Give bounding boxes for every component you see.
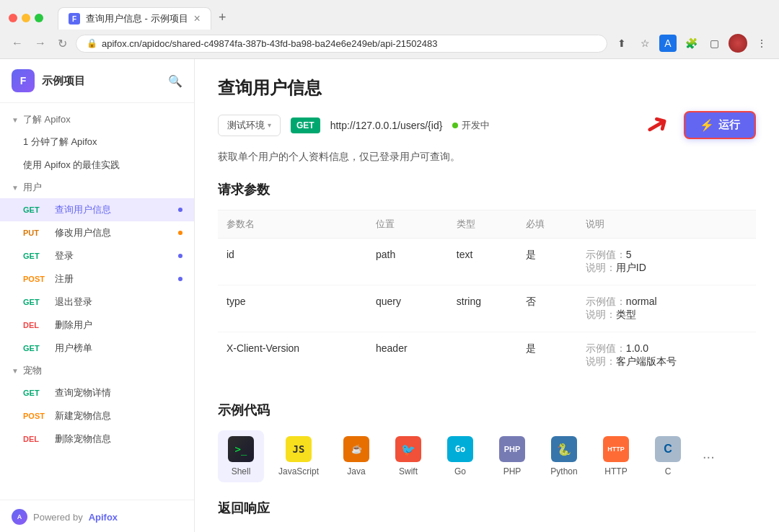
api-meta: 测试环境 ▾ GET http://127.0.0.1/users/{id} 开…: [218, 111, 756, 139]
sidebar: F 示例项目 🔍 ▼ 了解 Apifox 1 分钟了解 Apifox 使用 Ap…: [0, 59, 195, 532]
method-badge-del: DEL: [23, 321, 49, 329]
lang-label-javascript: JavaScript: [278, 466, 319, 476]
return-section-title: 返回响应: [218, 500, 756, 517]
sidebar-item-get-user-info[interactable]: GET 查询用户信息: [0, 198, 194, 221]
param-desc-id: 示例值：5 说明：用户ID: [577, 239, 756, 285]
avatar-button[interactable]: [729, 34, 747, 53]
params-table-head: 参数名 位置 类型 必填 说明: [218, 210, 756, 239]
sidebar-item-label-put-user-info: 修改用户信息: [55, 226, 111, 239]
address-bar[interactable]: 🔒 apifox.cn/apidoc/shared-c49874fa-387b-…: [76, 35, 607, 53]
sidebar-item-1min[interactable]: 1 分钟了解 Apifox: [0, 130, 194, 154]
table-row: id path text 是 示例值：5 说明：用户ID: [218, 239, 756, 285]
lang-item-c[interactable]: C C: [645, 430, 691, 482]
section-arrow-pet: ▼: [12, 367, 19, 375]
status-dot: [452, 123, 458, 128]
footer-brand: Apifox: [89, 512, 118, 523]
params-table-body: id path text 是 示例值：5 说明：用户ID type query …: [218, 239, 756, 379]
browser-chrome: F 查询用户信息 - 示例项目 × + ← → ↻ 🔒 apifox.cn/ap…: [0, 0, 779, 59]
lang-item-python[interactable]: 🐍 Python: [541, 430, 587, 482]
col-header-name: 参数名: [218, 210, 367, 239]
share-button[interactable]: ⬆: [613, 35, 630, 52]
method-badge: GET: [291, 118, 320, 133]
sidebar-item-bestpractice[interactable]: 使用 Apifox 的最佳实践: [0, 154, 194, 177]
more-langs-button[interactable]: ···: [697, 443, 721, 471]
bookmark-button[interactable]: ☆: [636, 35, 653, 52]
app-container: F 示例项目 🔍 ▼ 了解 Apifox 1 分钟了解 Apifox 使用 Ap…: [0, 59, 779, 532]
lang-label-java: Java: [347, 466, 365, 476]
extension-button-blue[interactable]: A: [659, 35, 677, 52]
minimize-dot[interactable]: [22, 14, 30, 22]
sidebar-item-bestpractice-label: 使用 Apifox 的最佳实践: [23, 159, 120, 172]
param-position-id: path: [367, 239, 448, 285]
python-icon: 🐍: [551, 436, 577, 462]
sidebar-section-user: ▼ 用户 GET 查询用户信息 PUT 修改用户信息 GET 登录: [0, 177, 194, 360]
method-badge-del-pet: DEL: [23, 435, 49, 443]
param-desc-type: 示例值：normal 说明：类型: [577, 285, 756, 332]
sidebar-item-post-pet[interactable]: POST 新建宠物信息: [0, 404, 194, 427]
sidebar-item-del-user[interactable]: DEL 删除用户: [0, 314, 194, 337]
url-text: apifox.cn/apidoc/shared-c49874fa-387b-43…: [102, 38, 437, 49]
col-header-required: 必填: [517, 210, 577, 239]
sidebar-item-label-login: 登录: [55, 249, 74, 262]
sidebar-section-header-apifox[interactable]: ▼ 了解 Apifox: [0, 109, 194, 130]
sidebar-item-label-post-pet: 新建宠物信息: [55, 409, 111, 422]
sidebar-item-put-user-info[interactable]: PUT 修改用户信息: [0, 221, 194, 244]
api-url: http://127.0.0.1/users/{id}: [330, 120, 443, 131]
param-name-xclient: X-Client-Version: [218, 332, 367, 379]
sidebar-item-label-del-user: 删除用户: [55, 319, 92, 332]
section-title-user: 用户: [23, 181, 42, 194]
run-button[interactable]: ⚡ 运行: [684, 111, 756, 139]
lang-item-http[interactable]: HTTP HTTP: [593, 430, 639, 482]
section-arrow-apifox: ▼: [12, 116, 19, 124]
sidebar-item-get-pet-detail[interactable]: GET 查询宠物详情: [0, 381, 194, 404]
maximize-dot[interactable]: [35, 14, 43, 22]
desc-label-id: 说明：: [586, 262, 616, 273]
param-name-type: type: [218, 285, 367, 332]
lang-label-c: C: [665, 466, 672, 476]
browser-nav-bar: ← → ↻ 🔒 apifox.cn/apidoc/shared-c49874fa…: [0, 30, 779, 58]
menu-button[interactable]: ⋮: [753, 35, 770, 52]
lang-item-php[interactable]: PHP PHP: [489, 430, 535, 482]
tab-close-button[interactable]: ×: [194, 13, 201, 25]
browser-tabs: F 查询用户信息 - 示例项目 × +: [58, 6, 233, 30]
method-badge-put: PUT: [23, 229, 49, 237]
refresh-button[interactable]: ↻: [55, 35, 70, 52]
lang-item-javascript[interactable]: JS JavaScript: [270, 430, 327, 482]
swift-icon: 🐦: [395, 436, 421, 462]
lock-icon: 🔒: [87, 38, 97, 48]
lang-item-shell[interactable]: >_ Shell: [218, 430, 264, 482]
profiles-button[interactable]: ▢: [705, 35, 723, 52]
code-langs-list: >_ Shell JS JavaScript ☕ Java 🐦 Swift Go: [218, 430, 756, 482]
footer-logo-letter: A: [17, 513, 22, 520]
browser-tab-active[interactable]: F 查询用户信息 - 示例项目 ×: [58, 7, 211, 30]
sidebar-logo-letter: F: [20, 75, 27, 87]
forward-button[interactable]: →: [32, 35, 49, 51]
sidebar-item-get-logout[interactable]: GET 退出登录: [0, 291, 194, 314]
sidebar-section-header-pet[interactable]: ▼ 宠物: [0, 360, 194, 381]
env-label: 测试环境: [227, 119, 265, 132]
col-header-desc: 说明: [577, 210, 756, 239]
method-badge-get-login: GET: [23, 252, 49, 260]
sidebar-item-get-login[interactable]: GET 登录: [0, 244, 194, 267]
param-type-xclient: [448, 332, 517, 379]
new-tab-button[interactable]: +: [211, 6, 234, 30]
sidebar-nav: ▼ 了解 Apifox 1 分钟了解 Apifox 使用 Apifox 的最佳实…: [0, 103, 194, 500]
lang-item-swift[interactable]: 🐦 Swift: [385, 430, 431, 482]
extensions-button[interactable]: 🧩: [682, 35, 700, 52]
params-table-header-row: 参数名 位置 类型 必填 说明: [218, 210, 756, 239]
sidebar-search-icon[interactable]: 🔍: [168, 74, 182, 88]
lang-item-go[interactable]: Go Go: [437, 430, 483, 482]
sidebar-item-del-pet[interactable]: DEL 删除宠物信息: [0, 427, 194, 451]
back-button[interactable]: ←: [9, 35, 26, 51]
param-required-id: 是: [517, 239, 577, 285]
lang-label-python: Python: [550, 466, 577, 476]
method-badge-get-pet: GET: [23, 389, 49, 397]
tab-favicon: F: [69, 13, 80, 25]
sidebar-item-get-ranking[interactable]: GET 用户榜单: [0, 337, 194, 360]
desc-label-type: 说明：: [586, 309, 616, 320]
close-dot[interactable]: [9, 14, 17, 22]
sidebar-item-post-register[interactable]: POST 注册: [0, 267, 194, 291]
sidebar-section-header-user[interactable]: ▼ 用户: [0, 177, 194, 198]
lang-item-java[interactable]: ☕ Java: [333, 430, 379, 482]
env-selector[interactable]: 测试环境 ▾: [218, 115, 281, 136]
